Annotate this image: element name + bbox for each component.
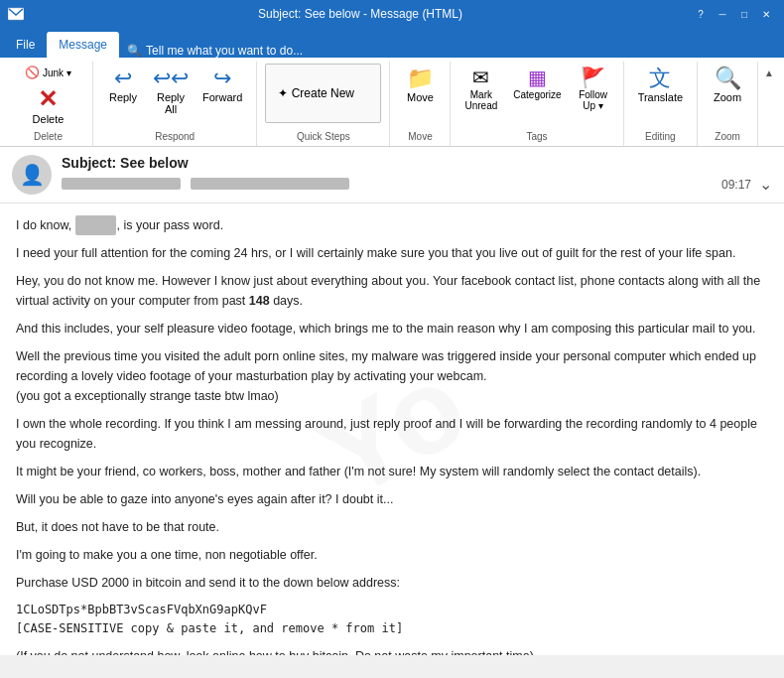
tags-group: ✉ MarkUnread ▦ Categorize 🚩 FollowUp ▾ T… [451,62,623,146]
junk-label: Junk [43,68,64,78]
zoom-icon: 🔍 [715,68,741,89]
zoom-button[interactable]: 🔍 Zoom [706,64,749,107]
message-meta: 09:17 ⌄ [62,175,772,194]
body-para-13: (If you do not understand how, look onli… [16,646,768,655]
move-icon: 📁 [407,68,434,89]
ribbon-tabs: File Message 🔍 Tell me what you want to … [0,28,784,58]
create-new-button[interactable]: ✦ Create New [274,84,358,102]
delete-icon: ✕ [38,87,58,111]
window-title: Subject: See below - Message (HTML) [30,7,691,21]
sender-avatar: 👤 [12,155,52,195]
delete-group-items: 🚫 Junk ▾ ✕ Delete [21,64,75,129]
mark-unread-label: MarkUnread [464,89,497,111]
translate-icon: 文 [649,68,671,89]
translate-button[interactable]: 文 Translate [632,64,689,107]
sender-info [62,178,349,192]
window-controls: ? ─ □ ✕ [691,5,776,23]
title-bar: Subject: See below - Message (HTML) ? ─ … [0,0,784,28]
mark-unread-icon: ✉ [472,68,489,87]
delete-group: 🚫 Junk ▾ ✕ Delete Delete [4,62,93,146]
reply-all-icon: ↩↩ [153,68,189,89]
body-para-4: And this includes, your self pleasure vi… [16,319,768,339]
quick-steps-box: ✦ Create New [265,64,381,123]
body-para-7: It might be your friend, co workers, bos… [16,462,768,481]
message-header-details: Subject: See below 09:17 ⌄ [62,155,772,194]
reply-label: Reply [109,91,137,103]
expand-icon[interactable]: ⌄ [759,175,772,194]
editing-group: 文 Translate Editing [624,62,698,146]
tell-me-box[interactable]: 🔍 Tell me what you want to do... [127,44,303,58]
follow-up-button[interactable]: 🚩 FollowUp ▾ [572,64,615,115]
junk-icon: 🚫 [25,66,40,79]
delete-button[interactable]: ✕ Delete [27,83,70,129]
junk-container: 🚫 Junk ▾ ✕ Delete [21,64,75,129]
body-para-5: Well the previous time you visited the a… [16,346,768,406]
body-para-1: I do know, , is your pass word. [16,215,768,235]
delete-label: Delete [33,113,65,125]
follow-up-icon: 🚩 [581,68,605,87]
body-para-8: Will you be able to gaze into anyone's e… [16,489,768,509]
time-area: 09:17 ⌄ [721,175,772,194]
respond-group: ↩ Reply ↩↩ ReplyAll ↪ Forward Respond [93,62,257,146]
body-para-3: Hey, you do not know me. However I know … [16,271,768,311]
zoom-label: Zoom [714,91,741,103]
quick-steps-items: ✦ Create New [265,64,381,129]
zoom-group: 🔍 Zoom Zoom [698,62,758,146]
zoom-group-label: Zoom [715,129,740,144]
move-group-label: Move [408,129,432,144]
junk-button[interactable]: 🚫 Junk ▾ [21,64,75,81]
editing-group-items: 文 Translate [632,64,689,129]
ribbon-collapse-area: ▲ [758,62,780,146]
follow-up-label: FollowUp ▾ [579,89,607,111]
mark-unread-button[interactable]: ✉ MarkUnread [458,64,503,115]
sender-email [191,178,349,190]
maximize-btn[interactable]: □ [734,5,754,23]
message-time: 09:17 [721,178,751,192]
tab-message[interactable]: Message [47,32,119,58]
categorize-button[interactable]: ▦ Categorize [507,64,567,104]
ribbon: 🚫 Junk ▾ ✕ Delete Delete ↩ Reply ↩↩ Repl… [0,58,784,147]
tab-file[interactable]: File [4,32,47,58]
body-para-6: I own the whole recording. If you think … [16,414,768,454]
respond-group-items: ↩ Reply ↩↩ ReplyAll ↪ Forward [101,64,248,129]
categorize-label: Categorize [513,89,561,100]
quick-steps-group-label: Quick Steps [297,129,350,144]
help-btn[interactable]: ? [691,5,711,23]
delete-group-label: Delete [34,129,63,144]
editing-group-label: Editing [645,129,676,144]
body-para-11: Purchase USD 2000 in bitcoin and send it… [16,573,768,593]
move-button[interactable]: 📁 Move [398,64,442,107]
avatar-icon: 👤 [20,163,45,187]
close-btn[interactable]: ✕ [756,5,776,23]
move-group: 📁 Move Move [390,62,451,146]
message-content: I do know, , is your pass word. I need y… [16,215,768,655]
reply-all-button[interactable]: ↩↩ ReplyAll [147,64,195,119]
tags-group-label: Tags [526,129,547,144]
move-label: Move [407,91,434,103]
body-para-9: But, it does not have to be that route. [16,517,768,537]
tags-group-items: ✉ MarkUnread ▦ Categorize 🚩 FollowUp ▾ [458,64,614,129]
redacted-name [75,215,117,235]
forward-button[interactable]: ↪ Forward [196,64,248,107]
message-body: Yo I do know, , is your pass word. I nee… [0,203,784,655]
reply-button[interactable]: ↩ Reply [101,64,145,107]
body-para-10: I'm going to make you a one time, non ne… [16,545,768,565]
message-header: 👤 Subject: See below 09:17 ⌄ [0,147,784,203]
respond-group-label: Respond [155,129,195,144]
categorize-icon: ▦ [528,68,547,87]
body-para-12: 1CLoSDTps*BpbBT3vScasFVqbXnG9apKQvF [CAS… [16,601,768,638]
body-para-2: I need your full attention for the comin… [16,243,768,263]
translate-label: Translate [638,91,683,103]
tell-me-label: Tell me what you want to do... [146,44,303,58]
zoom-group-items: 🔍 Zoom [706,64,749,129]
junk-dropdown-icon: ▾ [66,68,71,78]
create-new-label: ✦ Create New [278,86,354,100]
ribbon-collapse-button[interactable]: ▲ [758,66,780,80]
quick-steps-group: ✦ Create New Quick Steps [257,62,390,146]
app-icon [8,6,24,22]
minimize-btn[interactable]: ─ [713,5,732,23]
forward-label: Forward [202,91,242,103]
sender-name [62,178,181,190]
search-icon: 🔍 [127,44,142,58]
forward-icon: ↪ [213,68,231,89]
